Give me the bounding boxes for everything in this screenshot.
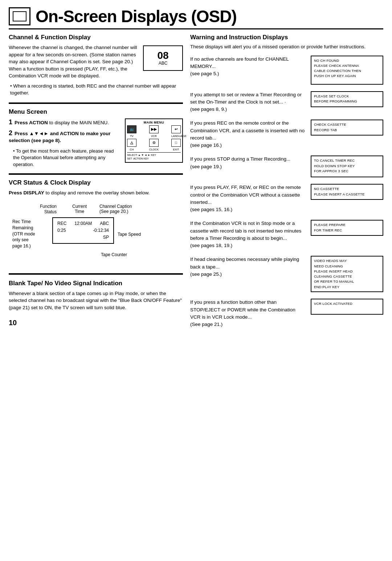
warning-item-box: NO CASSETTEPLEASE INSERT A CASSETTE <box>311 184 383 200</box>
channel-abc-label: ABC <box>159 61 168 66</box>
mm-icon-vcr: ▶▶ <box>149 125 159 133</box>
mm-select-row: SELECT: ▲ ▼ ◄ ► KEY SET :ACTION KEY <box>127 152 181 161</box>
warning-item-box: PLEASE SET CLOCKBEFORE PROGRAMMING <box>311 91 383 107</box>
warning-item-text: If the Combination VCR is not in Stop mo… <box>190 220 306 249</box>
box-line: FOR TIMER REC <box>314 228 380 233</box>
box-line: END:PLAY KEY <box>314 284 380 290</box>
warning-item: If head cleaning becomes necessary while… <box>190 256 383 292</box>
mm-icon-ch: △ <box>127 139 136 147</box>
warning-item-text: If you attempt to set or review a Timer … <box>190 91 306 113</box>
mm-icon-exit: □ <box>171 139 181 147</box>
left-column: Channel & Function Display Whenever the … <box>9 34 183 335</box>
mm-row2-labels: CH CLOCK EXIT <box>127 148 181 151</box>
box-line: RECORD TAB <box>314 128 380 133</box>
warning-item-box: NO CH FOUNDPLEASE CHECK ANTENNACABLE CON… <box>311 56 383 85</box>
label-function-status: FunctionStatus <box>12 204 60 215</box>
mm-select-line2: SET :ACTION KEY <box>127 157 181 161</box>
mm-row1-labels: TV VCR LANGUAGE <box>127 134 181 138</box>
step1-text: to display the MAIN MENU. <box>49 120 109 125</box>
warning-item: If the Combination VCR is not in Stop mo… <box>190 220 383 249</box>
channel-bullet-text: When a recording is started, both REC an… <box>10 82 183 97</box>
status-screen-box: REC 12:00AM ABC 0:25 -0:12:34 SP <box>52 217 114 244</box>
warning-item-box: TO CANCEL TIMER RECHOLD DOWN STOP KEYFOR… <box>311 156 383 177</box>
step1-number: 1 <box>9 118 12 126</box>
warning-items-list: If no active channels are found for CHAN… <box>190 56 383 328</box>
screen-abc: ABC <box>100 220 109 227</box>
box-line: TO CANCEL TIMER REC <box>314 158 380 163</box>
blank-tape-section: Blank Tape/ No Video Signal Indication W… <box>9 280 183 311</box>
warning-item: If no active channels are found for CHAN… <box>190 56 383 85</box>
vcr-section-title: VCR Status & Clock Display <box>9 179 183 186</box>
mm-icon-lang: ↩ <box>171 125 181 133</box>
box-line: NO CH FOUND <box>314 58 380 63</box>
divider-3 <box>9 273 183 275</box>
menu-note-text: To get the most from each feature, pleas… <box>13 148 120 169</box>
mm-label-exit: EXIT <box>171 148 181 151</box>
box-line: OR REFER TO MANUAL <box>314 279 380 284</box>
box-line: VCR LOCK ACTIVATED <box>314 301 380 306</box>
warning-item-box: VCR LOCK ACTIVATED <box>311 299 383 315</box>
status-diagram: FunctionStatus CurrentTime Channel Capti… <box>9 200 183 268</box>
vcr-body-text: to display and remove the overlay shown … <box>46 190 150 195</box>
warning-item-box: CHECK CASSETTERECORD TAB <box>311 120 383 136</box>
channel-text: Whenever the channel is changed, the cha… <box>9 44 137 80</box>
menu-steps: 1 Press ACTION to display the MAIN MENU.… <box>9 118 120 168</box>
icon-inner-box <box>13 11 26 21</box>
warning-item-box: VIDEO HEADS MAYNEED CLEANINGPLEASE INSER… <box>311 256 383 292</box>
screen-time: 12:00AM <box>74 220 92 227</box>
label-channel-caption: Channel Caption(See page 20.) <box>99 204 176 215</box>
box-line: PLEASE INSERT HEAD <box>314 269 380 274</box>
mm-label-vcr: VCR <box>149 134 159 138</box>
osd-icon <box>9 7 30 25</box>
warning-section: Warning and Instruction Displays These d… <box>190 34 383 328</box>
mm-label-language: LANGUAGE <box>171 134 181 138</box>
step1-action-label: Press ACTION <box>15 120 48 125</box>
channel-section-title: Channel & Function Display <box>9 34 183 41</box>
warning-item: If you press PLAY, FF, REW, or REC on th… <box>190 184 383 213</box>
warning-item: If you press REC on the remote control o… <box>190 120 383 149</box>
box-line: CLEANING CASSETTE <box>314 274 380 279</box>
mm-row2-icons: △ ⊙ □ <box>127 139 181 147</box>
right-column: Warning and Instruction Displays These d… <box>190 34 383 335</box>
menu-section: Menu Screen 1 Press ACTION to display th… <box>9 108 183 168</box>
screen-row2: 0:25 -0:12:34 <box>57 227 109 234</box>
vcr-section: VCR Status & Clock Display Press DISPLAY… <box>9 179 183 268</box>
mm-icon-clock: ⊙ <box>149 139 159 147</box>
warning-item-text: If you press a function button other tha… <box>190 299 306 328</box>
screen-row3: SP <box>57 234 109 241</box>
warning-item: If you press STOP during a Timer Recordi… <box>190 156 383 177</box>
status-left-labels: Rec TimeRemaining(OTR modeonly seepage 1… <box>12 217 52 249</box>
mm-row1-icons: 📺 ▶▶ ↩ <box>127 125 181 133</box>
vcr-press-label: Press DISPLAY <box>9 190 44 195</box>
main-menu-box: MAIN MENU 📺 ▶▶ ↩ TV VCR LANGUAGE △ ⊙ <box>125 118 183 163</box>
channel-para1: Whenever the channel is changed, the cha… <box>9 44 137 80</box>
warning-item: If you attempt to set or review a Timer … <box>190 91 383 113</box>
box-line: BEFORE PROGRAMMING <box>314 99 380 104</box>
screen-rec: REC <box>57 220 66 227</box>
box-line: CABLE CONNECTION THEN <box>314 68 380 73</box>
warning-intro: These displays will alert you of a misse… <box>190 43 383 51</box>
mm-title: MAIN MENU <box>127 121 181 124</box>
menu-step-1: 1 Press ACTION to display the MAIN MENU. <box>9 118 120 126</box>
box-line: NEED CLEANING <box>314 264 380 269</box>
box-line: PLEASE INSERT A CASSETTE <box>314 192 380 197</box>
blank-section-title: Blank Tape/ No Video Signal Indication <box>9 280 183 287</box>
channel-number: 08 <box>157 51 168 61</box>
warning-item: If you press a function button other tha… <box>190 299 383 328</box>
box-line: PLEASE CHECK ANTENNA <box>314 63 380 68</box>
step2-number: 2 <box>9 129 12 137</box>
box-line: NO CASSETTE <box>314 186 380 191</box>
channel-display-box: 08 ABC <box>143 45 183 71</box>
warning-item-text: If you press PLAY, FF, REW, or REC on th… <box>190 184 306 213</box>
label-current-time: CurrentTime <box>60 204 99 215</box>
mm-label-ch: CH <box>127 148 136 151</box>
screen-sp: SP <box>103 235 109 240</box>
box-line: PLEASE SET CLOCK <box>314 94 380 99</box>
box-line: PLEASE PREPARE <box>314 222 380 227</box>
menu-section-title: Menu Screen <box>9 108 183 116</box>
screen-countdown: -0:12:34 <box>93 227 109 234</box>
page-title: On-Screen Displays (OSD) <box>36 7 237 26</box>
warning-item-box: PLEASE PREPAREFOR TIMER REC <box>311 220 383 236</box>
blank-section-body: Whenever a blank section of a tape comes… <box>9 290 183 311</box>
screen-rec-time: 0:25 <box>57 227 66 234</box>
